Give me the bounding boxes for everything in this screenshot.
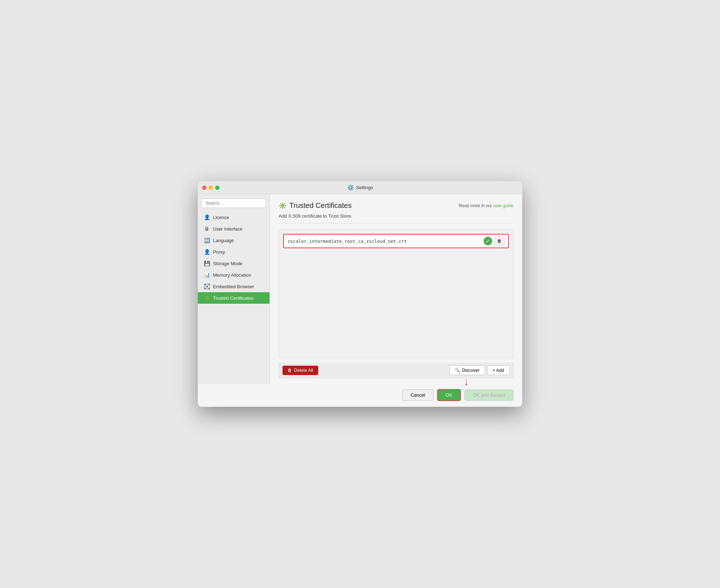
content-header: ✳️ Trusted Certificates Read more in our… xyxy=(279,201,514,210)
sidebar-label-trusted-certificates: Trusted Certificates xyxy=(213,295,253,301)
user-guide-area: Read more in our user guide xyxy=(459,203,514,208)
sidebar: 👤 Licence 🖥 User Interface 🔤 Language 👤 … xyxy=(198,194,270,384)
sidebar-label-licence: Licence xyxy=(213,215,229,220)
subtitle: Add X.509 certificate to Trust Store. xyxy=(279,213,514,219)
embedded-browser-icon: 💽 xyxy=(204,284,210,289)
certificate-area: zscaler_intermediate_root_ca_zscloud_net… xyxy=(279,229,514,359)
user-guide-link[interactable]: user guide xyxy=(493,203,514,208)
arrow-indicator: ↓ xyxy=(464,377,469,387)
page-title-icon: ✳️ xyxy=(279,202,286,210)
licence-icon: 👤 xyxy=(204,214,210,220)
discover-button[interactable]: 🔍 Discover xyxy=(449,365,485,375)
sidebar-item-trusted-certificates[interactable]: ✳️ Trusted Certificates xyxy=(198,292,270,304)
certificate-actions: ✓ 🗑 xyxy=(484,237,505,245)
sidebar-label-language: Language xyxy=(213,238,234,243)
window-controls xyxy=(202,186,219,190)
storage-mode-icon: 💾 xyxy=(204,260,210,266)
certificate-filename: zscaler_intermediate_root_ca_zscloud_net… xyxy=(288,239,407,244)
trusted-certificates-icon: ✳️ xyxy=(204,295,210,301)
main-layout: 👤 Licence 🖥 User Interface 🔤 Language 👤 … xyxy=(198,194,522,384)
proxy-icon: 👤 xyxy=(204,249,210,255)
discover-icon: 🔍 xyxy=(455,368,461,373)
page-title-area: ✳️ Trusted Certificates xyxy=(279,201,352,210)
sidebar-item-licence[interactable]: 👤 Licence xyxy=(198,211,270,223)
sidebar-label-proxy: Proxy xyxy=(213,249,225,255)
user-guide-prefix: Read more in our xyxy=(459,203,492,208)
titlebar: ⚙️ Settings xyxy=(198,181,522,194)
ok-button[interactable]: OK xyxy=(437,389,461,401)
sidebar-item-storage-mode[interactable]: 💾 Storage Mode xyxy=(198,258,270,269)
settings-window: ⚙️ Settings 👤 Licence 🖥 User Interface 🔤… xyxy=(198,181,522,407)
ok-restart-button[interactable]: OK and Restart xyxy=(465,389,514,401)
cancel-button[interactable]: Cancel xyxy=(402,389,433,401)
footer: ↓ Cancel OK OK and Restart xyxy=(198,384,522,407)
page-title: Trusted Certificates xyxy=(289,201,352,210)
window-title-area: ⚙️ Settings xyxy=(347,184,373,191)
maximize-button[interactable] xyxy=(215,186,219,190)
language-icon: 🔤 xyxy=(204,237,210,243)
sidebar-item-user-interface[interactable]: 🖥 User Interface xyxy=(198,223,270,235)
divider xyxy=(279,223,514,223)
sidebar-label-memory-allocation: Memory Allocation xyxy=(213,272,251,278)
trash-icon: 🗑 xyxy=(288,368,292,373)
sidebar-item-language[interactable]: 🔤 Language xyxy=(198,235,270,246)
sidebar-item-embedded-browser[interactable]: 💽 Embedded Browser xyxy=(198,281,270,292)
search-box xyxy=(201,199,266,208)
add-button[interactable]: + Add xyxy=(487,365,510,375)
down-arrow-icon: ↓ xyxy=(464,377,469,387)
memory-allocation-icon: 📊 xyxy=(204,272,210,278)
settings-icon: ⚙️ xyxy=(347,184,354,191)
close-button[interactable] xyxy=(202,186,206,190)
certificate-valid-icon: ✓ xyxy=(484,237,492,245)
sidebar-label-embedded-browser: Embedded Browser xyxy=(213,284,254,289)
certificate-toolbar: 🗑 Delete All 🔍 Discover + Add xyxy=(279,362,514,378)
search-input[interactable] xyxy=(201,199,266,208)
delete-all-button[interactable]: 🗑 Delete All xyxy=(283,366,318,375)
sidebar-label-storage-mode: Storage Mode xyxy=(213,261,243,266)
sidebar-item-memory-allocation[interactable]: 📊 Memory Allocation xyxy=(198,269,270,281)
certificate-entry: zscaler_intermediate_root_ca_zscloud_net… xyxy=(283,234,509,248)
user-interface-icon: 🖥 xyxy=(204,226,210,232)
sidebar-item-proxy[interactable]: 👤 Proxy xyxy=(198,246,270,258)
toolbar-right: 🔍 Discover + Add xyxy=(449,365,510,375)
window-title: Settings xyxy=(356,185,373,190)
minimize-button[interactable] xyxy=(209,186,213,190)
sidebar-label-user-interface: User Interface xyxy=(213,226,243,232)
content-area: ✳️ Trusted Certificates Read more in our… xyxy=(270,194,522,384)
certificate-delete-button[interactable]: 🗑 xyxy=(494,237,505,245)
